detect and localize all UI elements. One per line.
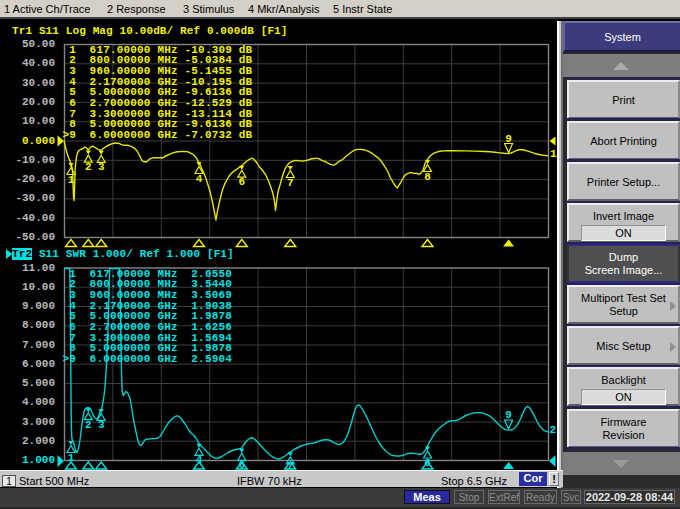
svg-text:3: 3: [98, 419, 105, 431]
svg-text:3: 3: [98, 161, 105, 173]
svg-text:1: 1: [550, 148, 557, 160]
svg-text:2: 2: [85, 161, 92, 173]
svg-text:2: 2: [85, 419, 92, 431]
svg-text:8: 8: [424, 171, 431, 183]
svg-text:9: 9: [505, 133, 512, 145]
svg-text:6: 6: [238, 176, 245, 188]
svg-text:4: 4: [196, 173, 203, 185]
svg-text:1: 1: [68, 174, 75, 186]
svg-text:2: 2: [550, 424, 557, 436]
svg-text:7: 7: [287, 177, 294, 189]
svg-text:9: 9: [505, 409, 512, 421]
